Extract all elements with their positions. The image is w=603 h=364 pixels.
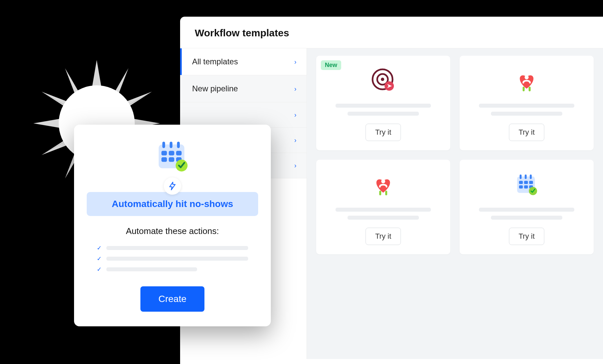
template-card[interactable]: Try it: [460, 56, 594, 150]
svg-rect-43: [519, 185, 523, 189]
checklist-item: ✓: [97, 266, 248, 273]
lightning-icon: [164, 177, 181, 195]
heart-person-icon: [368, 170, 398, 200]
svg-rect-52: [169, 151, 174, 156]
action-checklist: ✓ ✓ ✓: [87, 241, 258, 276]
sidebar-item-all-templates[interactable]: All templates ›: [180, 48, 307, 75]
create-button[interactable]: Create: [140, 286, 204, 312]
skeleton-line: [336, 208, 431, 212]
svg-point-30: [525, 75, 529, 79]
skeleton-line: [491, 216, 563, 220]
try-it-button[interactable]: Try it: [509, 228, 544, 245]
svg-rect-55: [169, 157, 174, 162]
template-card[interactable]: Try it: [460, 160, 594, 254]
svg-point-27: [381, 78, 384, 81]
calendar-check-icon: [512, 170, 542, 200]
skeleton-line: [348, 216, 419, 220]
try-it-button[interactable]: Try it: [366, 228, 401, 245]
template-card[interactable]: New Try it: [316, 56, 450, 150]
new-badge: New: [321, 60, 341, 70]
svg-rect-40: [519, 181, 523, 184]
svg-rect-42: [529, 181, 533, 184]
checklist-item: ✓: [97, 244, 248, 252]
svg-rect-53: [176, 151, 182, 156]
svg-rect-31: [523, 87, 525, 91]
automation-popup: Automatically hit no-shows Automate thes…: [74, 125, 271, 326]
skeleton-line: [106, 257, 248, 261]
svg-rect-37: [520, 175, 522, 179]
svg-rect-35: [385, 191, 387, 195]
svg-rect-51: [161, 151, 167, 156]
try-it-button[interactable]: Try it: [366, 124, 401, 141]
svg-rect-39: [530, 175, 532, 179]
sidebar-item-label: All templates: [192, 57, 238, 66]
svg-rect-38: [525, 175, 527, 179]
sidebar-item[interactable]: ›: [180, 102, 307, 128]
try-it-button[interactable]: Try it: [509, 124, 544, 141]
skeleton-line: [106, 246, 248, 250]
skeleton-line: [479, 104, 574, 108]
skeleton-line: [491, 112, 563, 116]
chevron-right-icon: ›: [294, 85, 296, 93]
sidebar-item-new-pipeline[interactable]: New pipeline ›: [180, 75, 307, 102]
check-icon: ✓: [97, 255, 102, 262]
chevron-right-icon: ›: [294, 136, 296, 144]
skeleton-line: [479, 208, 574, 212]
target-icon: [368, 66, 398, 96]
svg-rect-32: [529, 87, 531, 91]
popup-title: Automatically hit no-shows: [87, 192, 258, 216]
checklist-item: ✓: [97, 255, 248, 262]
skeleton-line: [336, 104, 431, 108]
chevron-right-icon: ›: [294, 111, 296, 119]
svg-point-33: [381, 179, 385, 183]
heart-person-icon: [512, 66, 542, 96]
skeleton-line: [348, 112, 419, 116]
popup-subtitle: Automate these actions:: [126, 226, 219, 236]
calendar-check-icon: [154, 138, 191, 175]
svg-rect-50: [177, 142, 180, 148]
chevron-right-icon: ›: [294, 162, 296, 169]
template-grid: New Try it: [307, 48, 603, 359]
svg-rect-44: [524, 185, 528, 189]
sidebar-item-label: New pipeline: [192, 84, 238, 93]
template-card[interactable]: Try it: [316, 160, 450, 254]
check-icon: ✓: [97, 244, 102, 252]
chevron-right-icon: ›: [294, 58, 296, 66]
panel-title: Workflow templates: [180, 17, 603, 48]
svg-rect-41: [524, 181, 528, 184]
svg-rect-48: [162, 142, 165, 148]
svg-rect-54: [161, 157, 167, 162]
check-icon: ✓: [97, 266, 102, 273]
svg-rect-34: [379, 191, 381, 195]
skeleton-line: [106, 267, 197, 271]
svg-rect-49: [170, 142, 172, 148]
